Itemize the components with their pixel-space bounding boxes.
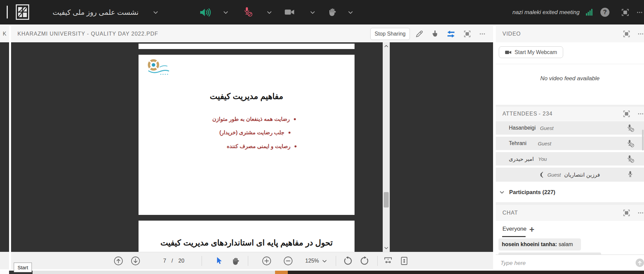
left-pod-strip-header: K [0, 26, 9, 43]
fit-page-icon[interactable] [400, 257, 409, 265]
attendee-name: امیر حیدری [509, 156, 534, 162]
scroll-down-icon[interactable] [384, 245, 389, 250]
attendee-row[interactable]: Hasanbeigi Guest [496, 121, 644, 135]
fit-width-icon[interactable] [384, 257, 392, 265]
mic-muted-icon[interactable] [627, 155, 633, 162]
bullet-dot [294, 118, 296, 120]
mic-options-chevron-icon[interactable] [266, 9, 272, 15]
mic-muted-icon[interactable] [627, 139, 633, 147]
attendee-row[interactable]: Guest فرزین انتصاریان [496, 168, 644, 182]
chat-more-options-icon[interactable] [637, 210, 644, 216]
share-more-options-icon[interactable] [478, 31, 486, 37]
meeting-menu-chevron-icon[interactable] [153, 9, 159, 15]
slide-title: مفاهیم مدیریت کیفیت [139, 92, 355, 101]
pod-separator [496, 202, 644, 205]
page-separator: / [171, 252, 173, 270]
mic-muted-icon[interactable] [243, 7, 251, 15]
share-pod-content: مفاهیم مدیریت کیفیت رضایت همه ذینفعان به… [11, 42, 493, 252]
taskbar-dark-segment [288, 271, 644, 274]
attendee-row[interactable]: Tehrani Guest [496, 137, 644, 150]
attendees-more-options-icon[interactable] [637, 111, 644, 117]
page-total: 20 [178, 252, 184, 270]
rotate-left-icon[interactable] [343, 256, 353, 266]
slide-bullet: جلب رضایت مشتری (خریدار) [219, 129, 290, 136]
left-pod-strip-letter: K [0, 26, 9, 42]
chat-pod-body: Everyone + hosein khoeini tanha: salam [496, 221, 644, 255]
current-slide: مفاهیم مدیریت کیفیت رضایت همه ذینفعان به… [139, 55, 355, 215]
speaker-options-chevron-icon[interactable] [223, 9, 229, 15]
speaker-icon[interactable] [199, 8, 212, 17]
webcam-icon[interactable] [284, 8, 294, 16]
toolbar-divider [248, 256, 248, 266]
chat-tab-everyone[interactable]: Everyone [502, 226, 527, 232]
draw-icon[interactable] [415, 30, 423, 38]
sync-icon[interactable] [447, 30, 455, 38]
connection-strength-icon[interactable] [585, 8, 593, 16]
zoom-out-icon[interactable] [283, 256, 293, 266]
sidebar: VIDEO Start My Webcam No video feed avai… [496, 26, 644, 271]
taskbar-window-segment [33, 271, 275, 274]
taskbar-app-segment [275, 271, 288, 274]
document-toolbar: 7 / 20 125% [11, 252, 493, 269]
stop-sharing-button[interactable]: Stop Sharing [370, 28, 410, 40]
attendees-fullscreen-icon[interactable] [623, 110, 631, 118]
toolbar-divider [202, 256, 202, 266]
attendees-pod-title: ATTENDEES [502, 107, 537, 121]
bullet-text: جلب رضایت مشتری (خریدار) [219, 129, 284, 136]
start-webcam-button[interactable]: Start My Webcam [499, 46, 563, 58]
scroll-up-icon[interactable] [384, 44, 389, 49]
page-indicator: 7 / 20 [149, 252, 199, 270]
attendee-row[interactable]: امیر حیدری You [496, 152, 644, 166]
video-fullscreen-icon[interactable] [623, 30, 631, 38]
page-current: 7 [163, 252, 166, 270]
left-pod-strip-body [0, 42, 9, 252]
attendees-list: Hasanbeigi Guest Tehrani Guest امیر حیدر… [496, 121, 644, 199]
zoom-dropdown-chevron-icon[interactable] [322, 258, 327, 264]
fullscreen-icon[interactable] [621, 8, 630, 17]
video-divider [496, 64, 644, 64]
mic-muted-icon[interactable] [627, 124, 633, 131]
attendee-role: Guest [547, 172, 561, 178]
attendees-pod-header: ATTENDEES - 234 [496, 107, 644, 121]
video-more-options-icon[interactable] [637, 31, 644, 37]
participants-group-header[interactable]: Participants (227) [496, 185, 644, 199]
raise-hand-icon[interactable] [328, 7, 337, 16]
attendees-scrollbar-thumb[interactable] [642, 130, 644, 150]
next-slide: تحول در مفاهیم پایه ای استانداردهای مدیر… [139, 221, 355, 252]
top-bar: نشست علمی روز ملی کیفیت nazi maleki exit… [0, 0, 644, 25]
rotate-right-icon[interactable] [360, 256, 369, 266]
previous-slide-edge [139, 44, 355, 49]
start-tooltip: Start [14, 263, 32, 272]
send-message-icon[interactable] [635, 258, 644, 267]
left-pod-strip-footer [0, 252, 9, 269]
pointer-icon[interactable] [431, 30, 439, 38]
chat-input[interactable] [500, 258, 632, 269]
zoom-level[interactable]: 125% [295, 252, 319, 270]
add-chat-tab-icon[interactable]: + [529, 224, 534, 235]
status-options-chevron-icon[interactable] [347, 9, 354, 15]
document-scrollbar[interactable] [383, 42, 390, 252]
attendees-count: - 234 [539, 107, 552, 121]
scrollbar-thumb[interactable] [384, 192, 389, 208]
bullet-dot [294, 145, 297, 147]
toolbar-divider [377, 256, 378, 266]
mic-active-icon[interactable] [627, 171, 633, 178]
slide-bullet: رصایت و ایمنی مصرف کننده [227, 143, 297, 149]
zoom-in-icon[interactable] [262, 256, 271, 266]
select-cursor-icon[interactable] [214, 257, 223, 265]
chat-message-text: salam [558, 241, 573, 247]
share-pod-header: KHARAZMI UNIVERSITY - QUALITY DAY 2022.P… [11, 26, 493, 43]
chat-fullscreen-icon[interactable] [623, 209, 631, 217]
pan-hand-icon[interactable] [232, 257, 240, 265]
chat-message-author: hosein khoeini tanha: [502, 241, 557, 247]
page-down-icon[interactable] [131, 256, 140, 266]
webcam-options-chevron-icon[interactable] [310, 9, 316, 15]
bullet-text: رضایت همه ذینفعان به طور متوازن [212, 116, 290, 122]
video-pod-body: Start My Webcam No video feed available [496, 42, 644, 105]
more-options-icon[interactable] [635, 9, 644, 15]
share-fullscreen-icon[interactable] [463, 30, 471, 38]
slide-bullet: رضایت همه ذینفعان به طور متوازن [212, 116, 296, 122]
attendee-role: Guest [540, 125, 553, 131]
page-up-icon[interactable] [114, 256, 123, 266]
help-icon[interactable]: ? [600, 8, 609, 17]
